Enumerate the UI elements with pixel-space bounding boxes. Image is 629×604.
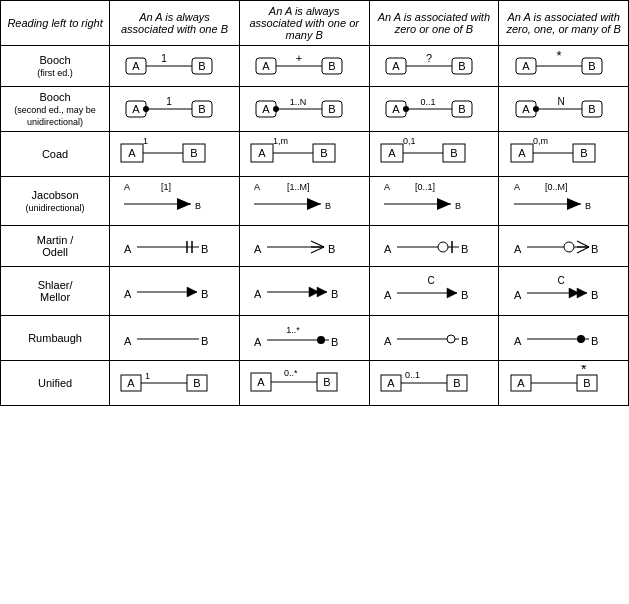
- svg-text:A: A: [387, 377, 395, 389]
- diagram-booch2-col4: A N B: [499, 87, 629, 132]
- diagram-coad-col2: A 1,m B: [239, 132, 369, 177]
- svg-text:A: A: [133, 60, 141, 72]
- svg-text:0..*: 0..*: [284, 368, 298, 378]
- svg-text:B: B: [201, 288, 208, 300]
- svg-text:A: A: [384, 335, 392, 347]
- svg-text:A: A: [263, 103, 271, 115]
- svg-text:C: C: [427, 275, 434, 286]
- svg-text:0..1: 0..1: [420, 97, 435, 107]
- svg-text:A: A: [258, 376, 266, 388]
- svg-text:A: A: [388, 147, 396, 159]
- svg-text:1: 1: [167, 96, 173, 107]
- diagram-jacobson-col4: A [0..M] B: [499, 177, 629, 226]
- svg-text:A: A: [392, 60, 400, 72]
- svg-text:B: B: [199, 60, 206, 72]
- table-row: Rumbaugh A B A 1..* B: [1, 316, 629, 361]
- diagram-booch1-col3: A ? B: [369, 46, 499, 87]
- svg-text:A: A: [514, 243, 522, 255]
- row-label-martin: Martin /Odell: [1, 226, 110, 267]
- svg-text:A: A: [124, 288, 132, 300]
- svg-line-115: [577, 241, 589, 247]
- svg-text:B: B: [325, 201, 331, 211]
- svg-marker-126: [317, 287, 327, 297]
- svg-point-26: [143, 106, 149, 112]
- svg-text:A: A: [514, 289, 522, 301]
- header-col0: Reading left to right: [1, 1, 110, 46]
- svg-text:B: B: [591, 243, 598, 255]
- table-row: Coad A 1 B A 1,m: [1, 132, 629, 177]
- svg-text:A: A: [259, 147, 267, 159]
- table-row: Booch(first ed.) A 1 B: [1, 46, 629, 87]
- diagram-shlaer-col1: A B: [110, 267, 240, 316]
- svg-text:B: B: [201, 335, 208, 347]
- svg-text:B: B: [458, 60, 465, 72]
- svg-text:[1]: [1]: [161, 182, 171, 192]
- diagram-rumbaugh-col3: A B: [369, 316, 499, 361]
- header-col2: An A is always associated with one or ma…: [239, 1, 369, 46]
- svg-text:B: B: [199, 103, 206, 115]
- svg-text:C: C: [557, 275, 564, 286]
- diagram-unified-col2: A 0..* B: [239, 361, 369, 406]
- svg-text:1..N: 1..N: [290, 97, 307, 107]
- svg-text:B: B: [331, 336, 338, 348]
- svg-text:A: A: [254, 243, 262, 255]
- row-label-jacobson: Jacobson(unidirectional): [1, 177, 110, 226]
- svg-text:B: B: [201, 243, 208, 255]
- row-label-booch2: Booch(second ed., may be unidirectional): [1, 87, 110, 132]
- svg-text:B: B: [455, 201, 461, 211]
- svg-marker-137: [577, 288, 587, 298]
- svg-point-114: [564, 242, 574, 252]
- svg-point-109: [438, 242, 448, 252]
- svg-text:A: A: [254, 182, 260, 192]
- svg-point-33: [273, 106, 279, 112]
- svg-marker-94: [567, 198, 581, 210]
- table-row: Shlaer/Mellor A B A B: [1, 267, 629, 316]
- diagram-jacobson-col1: A [1] B: [110, 177, 240, 226]
- diagram-shlaer-col3: A C B: [369, 267, 499, 316]
- svg-text:N: N: [557, 96, 564, 107]
- diagram-booch1-col2: A + B: [239, 46, 369, 87]
- diagram-booch2-col2: A 1..N B: [239, 87, 369, 132]
- svg-text:0..1: 0..1: [405, 370, 420, 380]
- header-col3: An A is associated with zero or one of B: [369, 1, 499, 46]
- svg-text:B: B: [329, 60, 336, 72]
- svg-text:B: B: [461, 289, 468, 301]
- svg-text:B: B: [591, 289, 598, 301]
- svg-text:A: A: [254, 288, 262, 300]
- svg-marker-121: [187, 287, 197, 297]
- diagram-martin-col1: A B: [110, 226, 240, 267]
- diagram-unified-col3: A 0..1 B: [369, 361, 499, 406]
- header-col1: An A is always associated with one B: [110, 1, 240, 46]
- svg-text:A: A: [124, 182, 130, 192]
- svg-text:1: 1: [145, 371, 150, 381]
- svg-text:A: A: [384, 289, 392, 301]
- svg-text:B: B: [461, 335, 468, 347]
- diagram-jacobson-col3: A [0..1] B: [369, 177, 499, 226]
- svg-text:1,m: 1,m: [273, 136, 288, 146]
- diagram-shlaer-col2: A B: [239, 267, 369, 316]
- svg-text:A: A: [133, 103, 141, 115]
- svg-text:*: *: [556, 48, 561, 63]
- svg-text:B: B: [591, 335, 598, 347]
- svg-line-104: [311, 247, 324, 253]
- svg-text:A: A: [129, 147, 137, 159]
- svg-marker-79: [177, 198, 191, 210]
- diagram-rumbaugh-col2: A 1..* B: [239, 316, 369, 361]
- svg-text:B: B: [585, 201, 591, 211]
- diagram-jacobson-col2: A [1..M] B: [239, 177, 369, 226]
- svg-text:B: B: [324, 376, 331, 388]
- svg-text:B: B: [329, 103, 336, 115]
- svg-text:0,1: 0,1: [403, 136, 416, 146]
- svg-text:A: A: [518, 147, 526, 159]
- svg-text:B: B: [580, 147, 587, 159]
- diagram-martin-col2: A B: [239, 226, 369, 267]
- svg-text:A: A: [392, 103, 400, 115]
- svg-text:B: B: [588, 103, 595, 115]
- svg-text:A: A: [514, 182, 520, 192]
- header-col4: An A is associated with zero, one, or ma…: [499, 1, 629, 46]
- row-label-booch1: Booch(first ed.): [1, 46, 110, 87]
- svg-text:A: A: [522, 60, 530, 72]
- svg-point-149: [447, 335, 455, 343]
- svg-text:+: +: [296, 52, 302, 64]
- svg-text:[1..M]: [1..M]: [287, 182, 310, 192]
